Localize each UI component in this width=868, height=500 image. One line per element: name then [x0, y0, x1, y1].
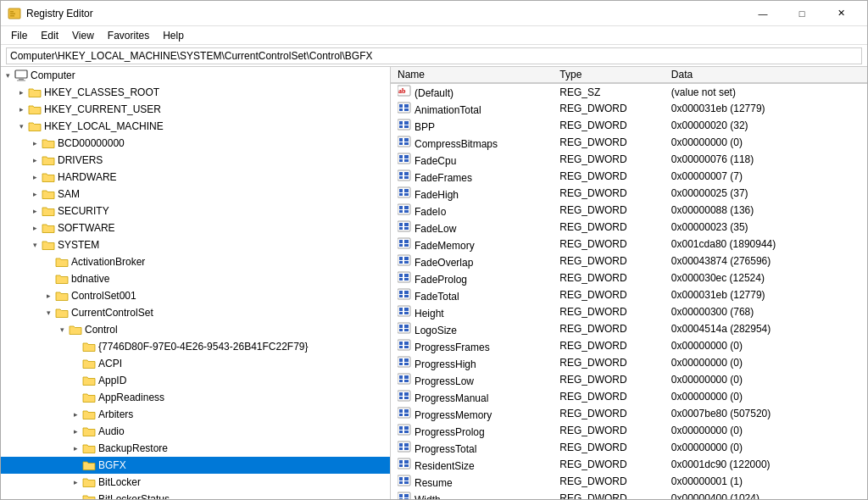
- tree-item-guid[interactable]: {7746D80F-97E0-4E26-9543-26B41FC22F79}: [1, 338, 390, 355]
- tree-item-control[interactable]: ▾Control: [1, 321, 390, 338]
- expand-btn-hardware[interactable]: ▸: [28, 170, 42, 184]
- table-row[interactable]: FadeCpuREG_DWORD0x00000076 (118): [391, 151, 867, 168]
- tree-item-bitlocker[interactable]: ▸BitLocker: [1, 474, 390, 491]
- tree-item-bcd[interactable]: ▸BCD00000000: [1, 135, 390, 152]
- table-row[interactable]: ProgressFramesREG_DWORD0x00000000 (0): [391, 337, 867, 354]
- menu-item-view[interactable]: View: [65, 28, 101, 43]
- expand-btn-bitlocker[interactable]: ▸: [69, 475, 82, 489]
- table-row[interactable]: WidthREG_DWORD0x00000400 (1024): [391, 490, 867, 499]
- tree-item-bgfx[interactable]: BGFX: [1, 457, 390, 474]
- svg-rect-70: [399, 308, 403, 311]
- table-row[interactable]: FadeIoREG_DWORD0x00000088 (136): [391, 202, 867, 219]
- expand-btn-hkcu[interactable]: ▸: [14, 103, 28, 116]
- tree-item-bdnative[interactable]: bdnative: [1, 270, 390, 287]
- menu-item-file[interactable]: File: [4, 28, 34, 43]
- menu-item-favorites[interactable]: Favorites: [101, 28, 156, 43]
- tree-label-computer: Computer: [31, 69, 75, 81]
- table-row[interactable]: FadeTotalREG_DWORD0x000031eb (12779): [391, 286, 867, 303]
- table-row[interactable]: ResidentSizeREG_DWORD0x0001dc90 (122000): [391, 456, 867, 473]
- minimize-button[interactable]: —: [743, 1, 782, 26]
- svg-rect-20: [399, 138, 403, 142]
- value-name: ProgressTotal: [391, 439, 553, 456]
- value-name: FadeHigh: [391, 185, 553, 202]
- table-row[interactable]: ProgressTotalREG_DWORD0x00000000 (0): [391, 439, 867, 456]
- svg-rect-66: [404, 291, 409, 294]
- table-row[interactable]: CompressBitmapsREG_DWORD0x00000000 (0): [391, 134, 867, 151]
- expand-btn-drivers[interactable]: ▸: [28, 153, 42, 167]
- expand-btn-computer[interactable]: ▾: [1, 69, 14, 82]
- tree-item-software[interactable]: ▸SOFTWARE: [1, 219, 390, 236]
- tree-item-system[interactable]: ▾SYSTEM: [1, 236, 390, 253]
- expand-btn-hklm[interactable]: ▾: [14, 119, 28, 133]
- close-button[interactable]: ✕: [821, 1, 860, 26]
- menu-item-edit[interactable]: Edit: [34, 28, 65, 43]
- expand-btn-arbiters[interactable]: ▸: [69, 408, 82, 421]
- tree-item-currentcontrolset[interactable]: ▾CurrentControlSet: [1, 304, 390, 321]
- table-row[interactable]: FadeLowREG_DWORD0x00000023 (35): [391, 219, 867, 236]
- expand-btn-software[interactable]: ▸: [28, 221, 42, 235]
- tree-item-acpi[interactable]: ACPI: [1, 355, 390, 372]
- table-row[interactable]: ProgressPrologREG_DWORD0x00000000 (0): [391, 422, 867, 439]
- table-row[interactable]: FadeFramesREG_DWORD0x00000007 (7): [391, 168, 867, 185]
- expand-btn-system[interactable]: ▾: [28, 238, 42, 252]
- svg-rect-93: [404, 380, 409, 382]
- table-row[interactable]: HeightREG_DWORD0x00000300 (768): [391, 303, 867, 320]
- tree-item-audio[interactable]: ▸Audio: [1, 423, 390, 440]
- table-row[interactable]: FadeHighREG_DWORD0x00000025 (37): [391, 185, 867, 202]
- table-row[interactable]: FadeOverlapREG_DWORD0x00043874 (276596): [391, 253, 867, 269]
- expand-btn-controlset001[interactable]: ▸: [42, 289, 55, 303]
- svg-rect-37: [399, 193, 403, 196]
- tree-item-arbiters[interactable]: ▸Arbiters: [1, 406, 390, 423]
- tree-label-acpi: ACPI: [98, 358, 122, 369]
- tree-item-appid[interactable]: AppID: [1, 372, 390, 389]
- table-row[interactable]: ProgressManualREG_DWORD0x00000000 (0): [391, 388, 867, 405]
- tree-item-activationbroker[interactable]: ActivationBroker: [1, 253, 390, 270]
- reg-value-icon: [398, 305, 411, 317]
- table-row[interactable]: FadeMemoryREG_DWORD0x001cda80 (1890944): [391, 236, 867, 253]
- menu-item-help[interactable]: Help: [156, 28, 191, 43]
- tree-item-security[interactable]: ▸SECURITY: [1, 203, 390, 219]
- expand-btn-bcd[interactable]: ▸: [28, 136, 42, 150]
- svg-rect-75: [399, 325, 403, 328]
- tree-item-hardware[interactable]: ▸HARDWARE: [1, 169, 390, 186]
- expand-btn-backuprestore[interactable]: ▸: [69, 442, 82, 455]
- table-row[interactable]: ProgressMemoryREG_DWORD0x0007be80 (50752…: [391, 405, 867, 422]
- expand-btn-security[interactable]: ▸: [28, 204, 42, 218]
- table-row[interactable]: ProgressLowREG_DWORD0x00000000 (0): [391, 371, 867, 388]
- tree-item-drivers[interactable]: ▸DRIVERS: [1, 152, 390, 169]
- values-panel[interactable]: Name Type Data ab(Default)REG_SZ(value n…: [391, 67, 867, 499]
- table-row[interactable]: AnimationTotalREG_DWORD0x000031eb (12779…: [391, 100, 867, 117]
- tree-item-computer[interactable]: ▾Computer: [1, 67, 390, 84]
- tree-item-sam[interactable]: ▸SAM: [1, 186, 390, 203]
- tree-item-appreadiness[interactable]: AppReadiness: [1, 389, 390, 406]
- tree-item-hklm[interactable]: ▾HKEY_LOCAL_MACHINE: [1, 118, 390, 135]
- expand-btn-hkcr[interactable]: ▸: [14, 86, 28, 99]
- expand-btn-audio[interactable]: ▸: [69, 425, 82, 438]
- expand-btn-sam[interactable]: ▸: [28, 187, 42, 201]
- table-row[interactable]: ResumeREG_DWORD0x00000001 (1): [391, 473, 867, 490]
- maximize-button[interactable]: □: [782, 1, 821, 26]
- svg-rect-53: [404, 244, 409, 247]
- tree-item-controlset001[interactable]: ▸ControlSet001: [1, 287, 390, 304]
- value-name: BPP: [391, 117, 553, 134]
- table-row[interactable]: LogoSizeREG_DWORD0x0004514a (282954): [391, 320, 867, 337]
- tree-item-bitlockerstatus[interactable]: BitLockerStatus: [1, 491, 390, 499]
- tree-panel[interactable]: ▾Computer▸HKEY_CLASSES_ROOT▸HKEY_CURRENT…: [1, 67, 391, 499]
- folder-icon-hardware: [42, 170, 55, 184]
- reg-value-icon: [398, 475, 411, 486]
- tree-item-backuprestore[interactable]: ▸BackupRestore: [1, 440, 390, 457]
- table-row[interactable]: FadePrologREG_DWORD0x000030ec (12524): [391, 269, 867, 286]
- folder-icon-drivers: [42, 153, 55, 167]
- tree-item-hkcr[interactable]: ▸HKEY_CLASSES_ROOT: [1, 84, 390, 101]
- folder-icon-audio: [82, 425, 96, 438]
- address-input[interactable]: [6, 47, 862, 64]
- table-row[interactable]: ProgressHighREG_DWORD0x00000000 (0): [391, 354, 867, 371]
- expand-btn-currentcontrolset[interactable]: ▾: [42, 306, 55, 319]
- table-row[interactable]: ab(Default)REG_SZ(value not set): [391, 83, 867, 100]
- tree-item-hkcu[interactable]: ▸HKEY_CURRENT_USER: [1, 101, 390, 118]
- svg-rect-91: [404, 375, 409, 379]
- expand-btn-control[interactable]: ▾: [55, 323, 69, 336]
- table-row[interactable]: BPPREG_DWORD0x00000020 (32): [391, 117, 867, 134]
- value-data: 0x0004514a (282954): [665, 320, 867, 337]
- value-name: FadeIo: [391, 202, 553, 219]
